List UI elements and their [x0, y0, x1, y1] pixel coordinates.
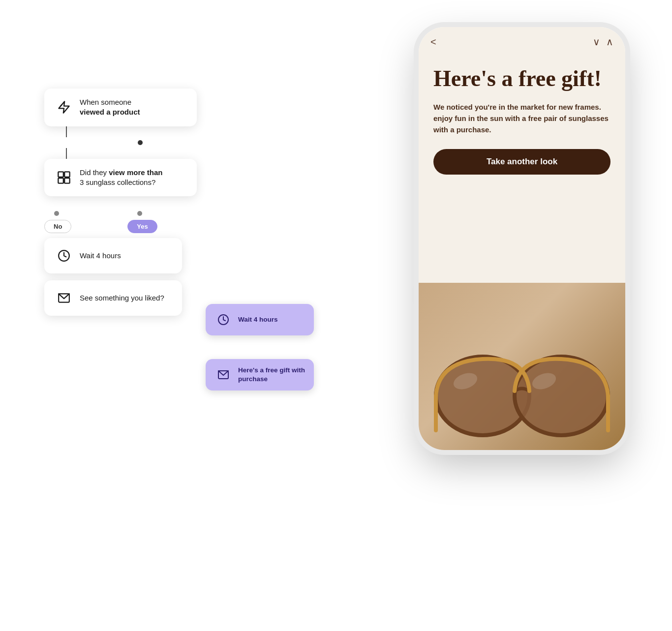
phone-wrapper: < ∨ ∧ Here's a free gift! We noticed you…: [419, 27, 625, 450]
wait-label-right: Wait 4 hours: [238, 315, 278, 324]
clock-icon-left: [55, 247, 73, 265]
phone-mockup: < ∨ ∧ Here's a free gift! We noticed you…: [419, 27, 625, 450]
lightning-icon: [55, 98, 73, 116]
email-card-right[interactable]: Here's a free gift with purchase: [206, 359, 314, 391]
phone-nav-down[interactable]: ∨: [593, 36, 600, 48]
phone-image-area: [419, 283, 625, 450]
phone-top-bar: < ∨ ∧: [419, 27, 625, 53]
dot-no: [54, 211, 59, 216]
svg-rect-3: [64, 172, 70, 177]
mail-icon-left: [55, 289, 73, 307]
email-label-left: See something you liked?: [80, 293, 164, 303]
phone-nav-right: ∨ ∧: [593, 36, 613, 48]
connector-dot-1: [138, 140, 143, 145]
svg-rect-4: [58, 178, 63, 183]
wait-card-left[interactable]: Wait 4 hours: [44, 238, 182, 273]
spacer-2: [44, 233, 197, 238]
grid-icon: [55, 169, 73, 186]
email-card-left[interactable]: See something you liked?: [44, 280, 182, 316]
svg-rect-5: [64, 178, 70, 183]
connector-line-1: [66, 126, 67, 137]
mail-icon-right: [214, 366, 232, 384]
condition-card-text: Did they view more than3 sunglass collec…: [80, 168, 162, 188]
phone-body-text: We noticed you're in the market for new …: [433, 101, 611, 136]
phone-cta-button[interactable]: Take another look: [433, 149, 611, 175]
svg-line-1: [61, 105, 61, 106]
phone-nav-up[interactable]: ∧: [606, 36, 613, 48]
trigger-card[interactable]: When someone viewed a product: [44, 89, 197, 126]
phone-content: Here's a free gift! We noticed you're in…: [419, 53, 625, 283]
yes-label: Yes: [127, 220, 157, 233]
workflow-panel: When someone viewed a product Did they v…: [44, 89, 197, 316]
branch-row: No Yes: [44, 207, 197, 233]
phone-nav-back[interactable]: <: [430, 36, 436, 48]
connector-line-2: [66, 148, 67, 159]
sunglasses-illustration: [428, 322, 615, 450]
email-label-right: Here's a free gift with purchase: [238, 366, 305, 383]
spacer-1: [44, 196, 197, 203]
wait-card-right[interactable]: Wait 4 hours: [206, 304, 314, 335]
wait-label-left: Wait 4 hours: [80, 251, 121, 261]
clock-icon-right: [214, 311, 232, 329]
svg-marker-0: [59, 102, 69, 113]
phone-headline: Here's a free gift!: [433, 66, 611, 91]
spacer-3: [44, 273, 197, 280]
trigger-card-text: When someone viewed a product: [80, 97, 140, 118]
condition-card[interactable]: Did they view more than3 sunglass collec…: [44, 159, 197, 197]
scene: When someone viewed a product Did they v…: [0, 0, 672, 631]
dot-yes: [137, 211, 142, 216]
no-label: No: [44, 220, 71, 233]
svg-rect-2: [58, 172, 63, 177]
